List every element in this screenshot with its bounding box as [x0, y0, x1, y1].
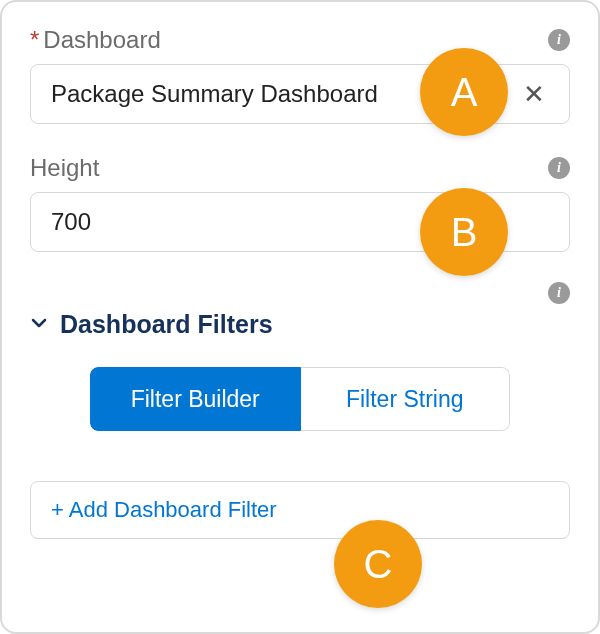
- dashboard-label-row: *Dashboard i: [30, 26, 570, 54]
- filters-title: Dashboard Filters: [60, 310, 273, 339]
- dashboard-config-panel: *Dashboard i ✕ Height i i Dashboard Filt…: [0, 0, 600, 634]
- info-icon[interactable]: i: [548, 157, 570, 179]
- required-marker: *: [30, 26, 39, 53]
- height-field-group: Height i: [30, 154, 570, 252]
- chevron-down-icon: [30, 312, 48, 338]
- dashboard-label: *Dashboard: [30, 26, 161, 54]
- filters-header[interactable]: Dashboard Filters: [30, 310, 570, 339]
- height-label: Height: [30, 154, 99, 182]
- dashboard-input-box[interactable]: ✕: [30, 64, 570, 124]
- info-icon[interactable]: i: [548, 29, 570, 51]
- info-icon[interactable]: i: [548, 282, 570, 304]
- filter-mode-toggle: Filter Builder Filter String: [90, 367, 510, 431]
- dashboard-input[interactable]: [49, 79, 517, 109]
- filters-section: i Dashboard Filters Filter Builder Filte…: [30, 282, 570, 539]
- add-dashboard-filter-button[interactable]: + Add Dashboard Filter: [30, 481, 570, 539]
- filter-string-tab[interactable]: Filter String: [301, 367, 511, 431]
- dashboard-field-group: *Dashboard i ✕: [30, 26, 570, 124]
- dashboard-label-text: Dashboard: [43, 26, 160, 53]
- filters-info-row: i: [30, 282, 570, 304]
- height-label-row: Height i: [30, 154, 570, 182]
- height-input-box[interactable]: [30, 192, 570, 252]
- filter-builder-tab[interactable]: Filter Builder: [90, 367, 301, 431]
- close-icon[interactable]: ✕: [517, 79, 551, 110]
- height-input[interactable]: [49, 207, 551, 237]
